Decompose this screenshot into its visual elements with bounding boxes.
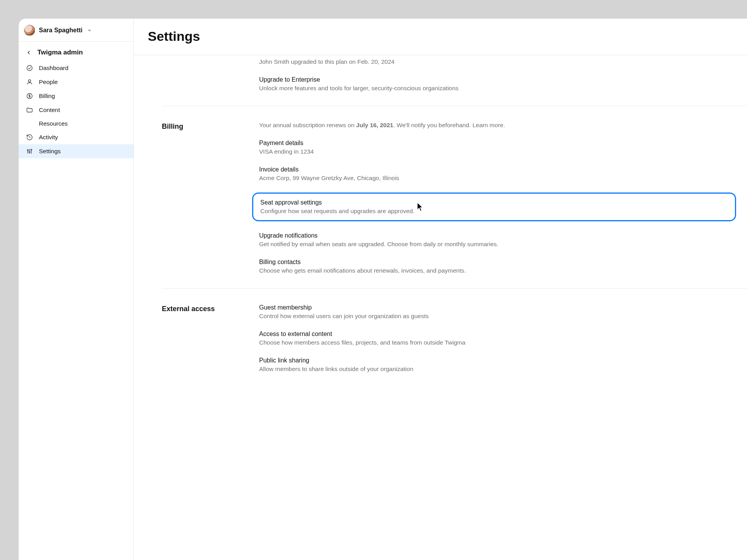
item-desc: Choose how members access files, project… (259, 339, 739, 346)
section-label-external: External access (162, 304, 259, 373)
item-title: Upgrade notifications (259, 232, 739, 239)
svg-point-0 (27, 65, 32, 71)
upgrade-enterprise[interactable]: Upgrade to Enterprise Unlock more featur… (259, 76, 739, 92)
invoice-details[interactable]: Invoice details Acme Corp, 99 Wayne Gret… (259, 166, 739, 182)
user-name: Sara Spaghetti (39, 27, 82, 34)
plan-upgraded-note: John Smith upgraded to this plan on Feb.… (259, 58, 739, 65)
item-desc: VISA ending in 1234 (259, 148, 739, 155)
admin-title: Twigma admin (37, 49, 83, 56)
section-label-plan (162, 58, 259, 92)
item-title: Seat approval settings (260, 199, 728, 206)
item-title: Billing contacts (259, 259, 739, 266)
billing-contacts[interactable]: Billing contacts Choose who gets email n… (259, 259, 739, 274)
app-window: Sara Spaghetti Twigma admin Dashboard (19, 19, 747, 560)
upgrade-notifications[interactable]: Upgrade notifications Get notified by em… (259, 232, 739, 248)
item-desc: Control how external users can join your… (259, 313, 739, 320)
svg-point-1 (28, 80, 31, 82)
sidebar-item-label: Resources (39, 120, 68, 127)
item-desc: Acme Corp, 99 Wayne Gretzky Ave, Chicago… (259, 175, 739, 182)
item-title: Upgrade to Enterprise (259, 76, 739, 83)
item-desc: Allow members to share links outside of … (259, 366, 739, 373)
svg-point-6 (29, 152, 30, 153)
folder-icon (26, 106, 33, 114)
renewal-line: Your annual subscription renews on July … (259, 122, 739, 129)
sidebar-item-billing[interactable]: Billing (19, 89, 133, 103)
section-billing: Billing Your annual subscription renews … (162, 106, 747, 289)
item-title: Access to external content (259, 331, 739, 338)
sidebar-item-label: Activity (39, 134, 58, 141)
sidebar-item-label: Dashboard (39, 65, 68, 72)
user-menu[interactable]: Sara Spaghetti (19, 19, 133, 42)
item-title: Invoice details (259, 166, 739, 173)
guest-membership[interactable]: Guest membership Control how external us… (259, 304, 739, 320)
access-external-content[interactable]: Access to external content Choose how me… (259, 331, 739, 346)
item-title: Public link sharing (259, 357, 739, 364)
section-label-billing: Billing (162, 122, 259, 274)
chevron-down-icon (87, 28, 92, 33)
payment-details[interactable]: Payment details VISA ending in 1234 (259, 140, 739, 155)
learn-more-link[interactable]: Learn more. (472, 122, 505, 128)
avatar (24, 25, 35, 36)
item-desc: Choose who gets email notifications abou… (259, 267, 739, 274)
sidebar-item-resources[interactable]: Resources (19, 117, 133, 130)
svg-point-4 (27, 150, 28, 151)
sliders-icon (26, 147, 33, 155)
sidebar-item-activity[interactable]: Activity (19, 130, 133, 144)
sidebar: Sara Spaghetti Twigma admin Dashboard (19, 19, 134, 560)
settings-content: John Smith upgraded to this plan on Feb.… (134, 55, 747, 410)
item-desc: Get notified by email when seats are upg… (259, 241, 739, 248)
section-external-access: External access Guest membership Control… (162, 289, 747, 387)
sidebar-nav: Dashboard People Billing Content (19, 59, 133, 158)
sidebar-item-label: Billing (39, 93, 55, 100)
main: Settings John Smith upgraded to this pla… (134, 19, 747, 560)
public-link-sharing[interactable]: Public link sharing Allow members to sha… (259, 357, 739, 373)
svg-point-8 (31, 149, 32, 150)
sidebar-item-people[interactable]: People (19, 75, 133, 89)
page-title: Settings (134, 19, 747, 55)
renewal-date: July 16, 2021 (356, 122, 393, 128)
check-circle-icon (26, 64, 33, 72)
sidebar-item-label: People (39, 79, 58, 86)
sidebar-item-label: Content (39, 107, 60, 114)
item-title: Payment details (259, 140, 739, 147)
history-icon (26, 133, 33, 141)
sidebar-item-content[interactable]: Content (19, 103, 133, 117)
section-plan: John Smith upgraded to this plan on Feb.… (162, 55, 747, 106)
seat-approval-settings[interactable]: Seat approval settings Configure how sea… (252, 192, 736, 221)
item-desc: Unlock more features and tools for large… (259, 85, 739, 92)
chevron-left-icon (26, 49, 32, 56)
sidebar-item-label: Settings (39, 148, 61, 155)
user-icon (26, 78, 33, 86)
dollar-icon (26, 92, 33, 100)
admin-back[interactable]: Twigma admin (19, 42, 133, 59)
sidebar-item-settings[interactable]: Settings (19, 144, 133, 158)
item-desc: Configure how seat requests and upgrades… (260, 208, 728, 215)
sidebar-item-dashboard[interactable]: Dashboard (19, 61, 133, 75)
item-title: Guest membership (259, 304, 739, 311)
